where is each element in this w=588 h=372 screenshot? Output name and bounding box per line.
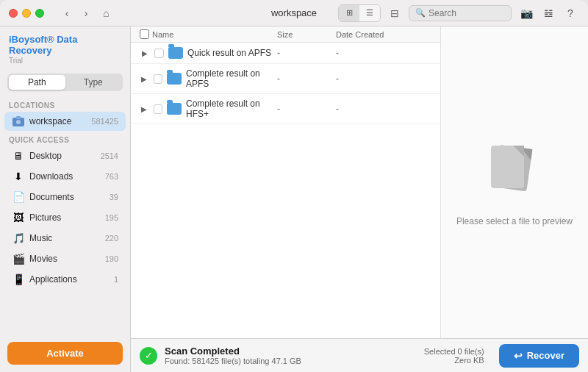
sidebar-count-applications: 1 [114,275,118,284]
column-date[interactable]: Date Created [336,29,431,39]
expand-icon[interactable]: ▶ [140,104,149,114]
filter-button[interactable]: ⊟ [387,5,403,21]
file-row-size: - [277,48,336,58]
column-size[interactable]: Size [277,29,336,39]
preview-documents-svg [478,138,551,204]
sidebar-count-music: 220 [105,234,118,243]
titlebar-action-icons: 📷 𝌤 ? [517,4,579,22]
select-all-checkbox[interactable] [140,29,149,39]
traffic-lights [9,9,44,18]
grid-view-button[interactable]: ⊞ [339,5,359,21]
workspace-label: workspace [29,116,91,126]
help-icon[interactable]: ? [562,4,579,22]
titlebar-right: ⊞ ☰ ⊟ 🔍 📷 𝌤 ? [338,4,579,22]
fingerprint-icon[interactable]: 𝌤 [539,4,557,22]
locations-label: Locations [0,97,130,111]
sidebar-item-downloads[interactable]: ⬇ Downloads 763 [4,167,126,186]
status-bar: ✓ Scan Completed Found: 581425 file(s) t… [131,338,588,372]
app-trial-label: Trial [9,57,121,65]
maximize-button[interactable] [35,9,44,18]
file-row[interactable]: ▶ Complete result on HFS+ - - [131,94,440,124]
file-row-date: - [336,104,431,114]
sidebar-item-pictures[interactable]: 🖼 Pictures 195 [4,208,126,227]
file-row[interactable]: ▶ Quick result on APFS - - [131,43,440,64]
tab-path[interactable]: Path [9,75,65,90]
sidebar-label-documents: Documents [29,192,110,202]
view-toggle: ⊞ ☰ [338,4,381,22]
status-selected: Selected 0 file(s) Zero KB [424,347,484,365]
file-list-header: Name Size Date Created [131,26,440,43]
main-layout: iBoysoft® Data Recovery Trial Path Type … [0,26,588,372]
titlebar: ‹ › ⌂ workspace ⊞ ☰ ⊟ 🔍 📷 𝌤 ? [0,0,588,26]
sidebar-count-downloads: 763 [105,172,118,181]
file-row-name: ▶ Quick result on APFS [140,47,277,59]
sidebar: iBoysoft® Data Recovery Trial Path Type … [0,26,131,372]
svg-rect-1 [16,116,21,119]
navigation-buttons: ‹ › ⌂ [59,5,109,21]
forward-button[interactable]: › [78,5,94,21]
recover-label: Recover [527,350,564,361]
quick-access-label: Quick Access [0,132,130,146]
column-name[interactable]: Name [140,29,277,39]
scan-complete-icon: ✓ [140,347,157,365]
sidebar-label-downloads: Downloads [29,171,105,182]
workspace-icon [12,115,25,128]
movies-icon: 🎬 [12,252,25,265]
sidebar-item-music[interactable]: 🎵 Music 220 [4,229,126,248]
search-icon: 🔍 [415,8,426,18]
folder-icon [167,103,182,115]
activate-button[interactable]: Activate [7,342,123,365]
close-button[interactable] [9,9,18,18]
sidebar-count-movies: 190 [105,254,118,263]
file-list: Name Size Date Created ▶ Quick result on… [131,26,441,338]
sidebar-count-desktop: 2514 [101,151,118,160]
selected-files-count: Selected 0 file(s) [424,347,484,356]
row-checkbox[interactable] [154,104,162,114]
content-area: Name Size Date Created ▶ Quick result on… [131,26,588,372]
search-box[interactable]: 🔍 [409,5,512,21]
recover-button[interactable]: ↩ Recover [499,344,579,368]
expand-icon[interactable]: ▶ [140,74,149,84]
sidebar-item-documents[interactable]: 📄 Documents 39 [4,187,126,207]
sidebar-label-pictures: Pictures [29,212,105,223]
tab-type[interactable]: Type [65,75,122,90]
expand-icon[interactable]: ▶ [140,48,150,58]
sidebar-header: iBoysoft® Data Recovery Trial [0,26,130,68]
app-name: iBoysoft® Data Recovery [9,34,121,56]
file-row-date: - [336,48,431,58]
status-subtitle: Found: 581425 file(s) totaling 47.1 GB [165,357,417,365]
preview-text: Please select a file to preview [456,216,573,226]
camera-icon[interactable]: 📷 [517,4,535,22]
file-row[interactable]: ▶ Complete result on APFS - - [131,64,440,94]
applications-icon: 📱 [12,273,25,286]
sidebar-label-movies: Movies [29,254,105,264]
preview-panel: Please select a file to preview [441,26,588,338]
sidebar-label-applications: Applications [29,274,114,285]
file-row-size: - [277,74,336,84]
app-name-iboysoft: iBoysoft [9,34,47,45]
window-title: workspace [271,7,317,18]
list-view-button[interactable]: ☰ [359,5,380,21]
empty-area [131,124,440,286]
sidebar-item-movies[interactable]: 🎬 Movies 190 [4,249,126,268]
minimize-button[interactable] [22,9,31,18]
desktop-icon: 🖥 [12,149,25,162]
sidebar-item-desktop[interactable]: 🖥 Desktop 2514 [4,146,126,165]
sidebar-item-applications[interactable]: 📱 Applications 1 [4,270,126,289]
downloads-icon: ⬇ [12,170,25,183]
selected-files-size: Zero KB [424,356,484,365]
file-row-size: - [277,104,336,114]
file-row-date: - [336,74,431,84]
file-row-name: ▶ Complete result on HFS+ [140,99,277,119]
row-checkbox[interactable] [154,74,162,84]
folder-icon [167,73,182,85]
svg-rect-5 [491,146,524,188]
home-icon[interactable]: ⌂ [103,7,109,19]
sidebar-count-pictures: 195 [105,213,118,222]
sidebar-item-workspace[interactable]: workspace 581425 [4,112,126,131]
row-checkbox[interactable] [154,49,164,58]
status-title: Scan Completed [165,346,417,357]
music-icon: 🎵 [12,232,25,245]
preview-icon-area [478,138,551,204]
back-button[interactable]: ‹ [59,5,75,21]
